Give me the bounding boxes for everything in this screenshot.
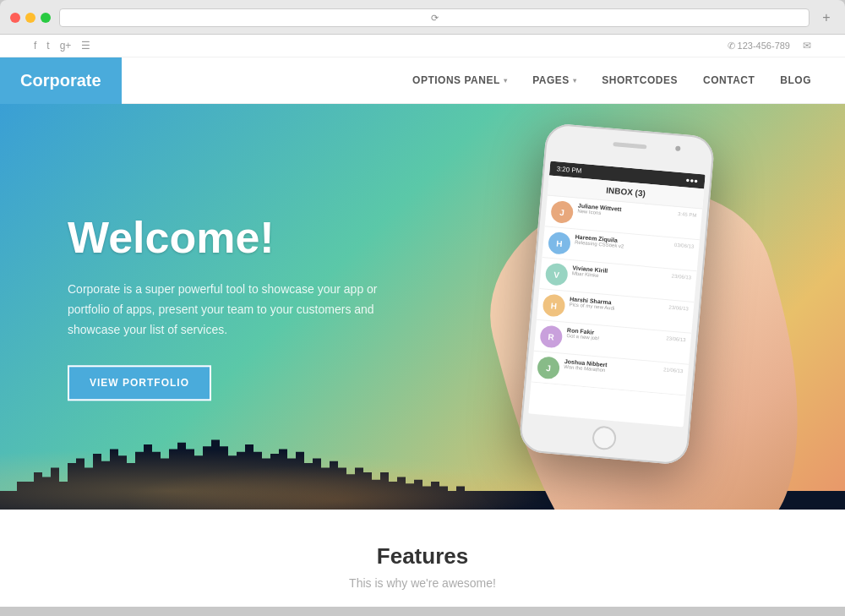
social-links: f t g+ ☰ [34, 40, 90, 52]
message-content: Ron Fakir Got a new job! [566, 327, 662, 346]
phone-speaker [613, 142, 646, 149]
avatar: J [537, 356, 560, 379]
traffic-lights [10, 13, 51, 23]
phone-icons: ●●● [685, 177, 698, 185]
phone-camera [675, 145, 681, 151]
google-plus-link[interactable]: g+ [60, 40, 72, 52]
email-icon: ✉ [803, 40, 811, 52]
phone-home-button[interactable] [592, 425, 617, 450]
hero-content: Welcome! Corporate is a super powerful t… [68, 212, 422, 401]
avatar: V [545, 263, 569, 286]
site-logo[interactable]: Corporate [0, 57, 122, 104]
message-content: Viviane Kirill Mbar Klinke [572, 264, 668, 284]
message-content: Harshi Sharma Pics of my new Audi [569, 296, 664, 315]
message-content: Joshua Nibbert Won the Marathon [564, 358, 659, 378]
avatar: H [548, 232, 571, 255]
hero-section: Welcome! Corporate is a super powerful t… [0, 104, 845, 510]
message-time: 23/06/13 [666, 335, 686, 342]
chevron-down-icon: ▾ [504, 77, 508, 84]
phone-screen: 3:20 PM ●●● INBOX (3) J Juliane Wittvett… [528, 161, 705, 428]
message-content: Hareem Ziquila Releasing CSSöek v2 [575, 233, 670, 253]
phone-mockup: 3:20 PM ●●● INBOX (3) J Juliane Wittvett… [507, 121, 777, 510]
new-tab-button[interactable]: + [818, 9, 835, 26]
facebook-link[interactable]: f [34, 40, 36, 52]
website-content: f t g+ ☰ ✆ 123-456-789 ✉ Corporate OPTIO… [0, 35, 845, 607]
message-time: 23/06/13 [671, 274, 691, 281]
avatar: R [539, 324, 563, 348]
navbar: Corporate OPTIONS PANEL ▾ PAGES ▾ SHORTC… [0, 57, 845, 104]
maximize-button[interactable] [41, 13, 51, 23]
refresh-icon: ⟳ [431, 13, 439, 24]
nav-contact[interactable]: CONTACT [703, 74, 755, 86]
browser-toolbar: ⟳ + [10, 8, 835, 34]
hero-description: Corporate is a super powerful tool to sh… [68, 280, 422, 340]
phone-device: 3:20 PM ●●● INBOX (3) J Juliane Wittvett… [518, 123, 715, 466]
message-time: 03/06/13 [674, 243, 695, 249]
view-portfolio-button[interactable]: VIEW PORTFOLIO [68, 366, 211, 401]
features-title: Features [17, 543, 828, 570]
nav-shortcodes[interactable]: SHORTCODES [602, 74, 678, 86]
browser-frame: ⟳ + [0, 0, 845, 35]
avatar: H [542, 293, 565, 317]
message-time: 23/06/13 [668, 304, 689, 311]
minimize-button[interactable] [25, 13, 35, 23]
rss-link[interactable]: ☰ [81, 40, 90, 52]
message-time: 3:45 PM [678, 211, 697, 218]
topbar: f t g+ ☰ ✆ 123-456-789 ✉ [0, 35, 845, 57]
features-section: Features This is why we're awesome! [0, 510, 845, 607]
avatar: J [550, 200, 574, 224]
features-subtitle: This is why we're awesome! [17, 576, 828, 590]
phone-number: ✆ 123-456-789 [728, 41, 790, 52]
message-time: 21/06/13 [663, 367, 684, 373]
nav-links: OPTIONS PANEL ▾ PAGES ▾ SHORTCODES CONTA… [412, 74, 811, 86]
address-bar[interactable]: ⟳ [59, 8, 810, 27]
twitter-link[interactable]: t [46, 40, 49, 52]
hero-title: Welcome! [68, 212, 422, 263]
chevron-down-icon: ▾ [573, 77, 577, 84]
nav-options-panel[interactable]: OPTIONS PANEL ▾ [412, 74, 507, 86]
close-button[interactable] [10, 13, 20, 23]
nav-pages[interactable]: PAGES ▾ [532, 74, 576, 86]
contact-info: ✆ 123-456-789 ✉ [728, 40, 811, 52]
message-content: Juliane Wittvett New Icons [577, 203, 673, 222]
nav-blog[interactable]: BLOG [780, 74, 811, 86]
phone-time: 3:20 PM [556, 165, 581, 175]
message-list: J Juliane Wittvett New Icons 3:45 PM H H… [532, 195, 703, 395]
